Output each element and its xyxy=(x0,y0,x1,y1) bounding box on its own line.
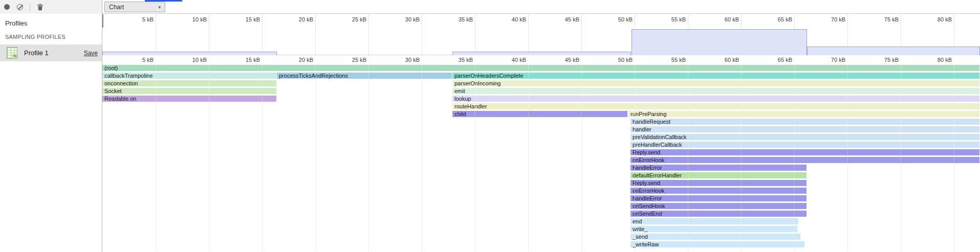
memory-overview[interactable]: 5 kB10 kB15 kB20 kB25 kB30 kB35 kB40 kB4… xyxy=(102,14,980,55)
flame-tick-label: 65 kB xyxy=(761,57,792,63)
flame-bar[interactable]: callbackTrampoline xyxy=(102,73,276,79)
flame-bar[interactable]: defaultErrorHandler xyxy=(630,172,807,178)
overview-tick-label: 5 kB xyxy=(123,16,154,22)
overview-tick-label: 15 kB xyxy=(229,16,260,22)
flame-bar[interactable]: lookup xyxy=(452,96,979,102)
flame-bar[interactable]: handler xyxy=(630,126,979,132)
flame-bar[interactable]: _writeRaw xyxy=(630,241,804,247)
overview-allocation-segment xyxy=(631,29,807,55)
ruler-gridline xyxy=(581,14,582,55)
flame-bar[interactable]: processTicksAndRejections xyxy=(277,73,452,79)
flame-bar[interactable]: onErrorHook xyxy=(630,157,979,163)
flame-bar[interactable]: _send xyxy=(630,234,800,240)
overview-tick-label: 60 kB xyxy=(708,16,739,22)
overview-tick-label: 80 kB xyxy=(921,16,952,22)
ruler-gridline xyxy=(475,14,475,55)
flame-bar[interactable]: preValidationCallback xyxy=(630,134,979,140)
ruler-gridline xyxy=(315,14,316,55)
ruler-gridline xyxy=(368,14,369,55)
flame-bar[interactable]: Reply.send xyxy=(630,149,979,155)
flame-chart-pane: 5 kB10 kB15 kB20 kB25 kB30 kB35 kB40 kB4… xyxy=(102,14,980,252)
overview-allocation-segment xyxy=(452,52,631,55)
flame-bar[interactable]: runPreParsing xyxy=(628,111,979,117)
overview-tick-label: 75 kB xyxy=(868,16,899,22)
flame-tick-label: 40 kB xyxy=(495,57,526,63)
flame-tick-label: 80 kB xyxy=(921,57,952,63)
overview-tick-label: 65 kB xyxy=(761,16,792,22)
overview-tick-label: 40 kB xyxy=(495,16,526,22)
overview-tick-label: 10 kB xyxy=(176,16,207,22)
flame-bar[interactable]: emit xyxy=(452,88,979,94)
flame-tick-label: 10 kB xyxy=(176,57,207,63)
overview-tick-label: 45 kB xyxy=(549,16,579,22)
flame-tick-label: 35 kB xyxy=(442,57,473,63)
overview-tick-label: 30 kB xyxy=(389,16,420,22)
flame-bar[interactable]: onconnection xyxy=(102,80,276,86)
flame-tick-label: 55 kB xyxy=(655,57,686,63)
ruler-gridline xyxy=(422,65,422,252)
overview-tick-label: 20 kB xyxy=(282,16,313,22)
flame-bar[interactable]: Reply.send xyxy=(630,180,807,186)
flame-tick-label: 60 kB xyxy=(708,57,739,63)
delete-profile-button[interactable] xyxy=(33,2,47,13)
overview-tick-label: 55 kB xyxy=(655,16,686,22)
profiles-sidebar: Profiles SAMPLING PROFILES % Profile 1 S… xyxy=(0,14,102,252)
profiler-toolbar xyxy=(0,0,102,14)
overview-tick-label: 50 kB xyxy=(602,16,633,22)
flame-bar[interactable]: Readable.on xyxy=(102,96,276,102)
heap-profiler-panel: Chart ▾ Profiles SAMPLING PROFILES % Pro… xyxy=(0,0,980,252)
flame-tick-label: 75 kB xyxy=(868,57,899,63)
clear-icon xyxy=(17,4,23,10)
flame-tick-label: 5 kB xyxy=(123,57,154,63)
toolbar-separator xyxy=(30,3,30,11)
flame-tick-label: 30 kB xyxy=(389,57,420,63)
ruler-gridline xyxy=(262,14,263,55)
flame-bar[interactable]: end xyxy=(630,218,798,224)
flame-bar[interactable]: preHandlerCallback xyxy=(630,142,979,148)
overview-tick-label: 25 kB xyxy=(336,16,366,22)
ruler-gridline xyxy=(368,65,369,252)
heap-profile-icon: % xyxy=(7,47,17,59)
flame-bar[interactable]: parserOnHeadersComplete xyxy=(452,73,979,79)
chevron-down-icon: ▾ xyxy=(158,5,161,10)
ruler-gridline xyxy=(315,65,316,252)
flame-bar[interactable]: handleRequest xyxy=(630,119,979,125)
percent-badge: % xyxy=(12,54,17,58)
flame-chart: (root)callbackTrampolineprocessTicksAndR… xyxy=(102,65,980,252)
record-icon xyxy=(4,4,10,10)
record-button[interactable] xyxy=(0,2,13,13)
sidebar-item-profile-1[interactable]: % Profile 1 Save xyxy=(0,44,102,61)
flame-bar[interactable]: onSendHook xyxy=(630,203,807,209)
ruler-gridline xyxy=(422,14,422,55)
sampling-profiles-section-label: SAMPLING PROFILES xyxy=(5,34,66,40)
sidebar-title: Profiles xyxy=(5,19,27,27)
scrollbar-thumb[interactable] xyxy=(102,14,103,28)
clear-all-button[interactable] xyxy=(13,2,27,13)
flame-tick-label: 15 kB xyxy=(229,57,260,63)
flame-bar[interactable]: handleError xyxy=(630,165,807,171)
view-mode-dropdown[interactable]: Chart ▾ xyxy=(104,2,165,12)
flame-tick-label: 45 kB xyxy=(549,57,579,63)
flame-tick-label: 70 kB xyxy=(815,57,845,63)
flame-bar[interactable]: routeHandler xyxy=(452,103,979,109)
flame-tick-label: 25 kB xyxy=(336,57,366,63)
profile-name: Profile 1 xyxy=(24,49,49,57)
flame-chart-ruler: 5 kB10 kB15 kB20 kB25 kB30 kB35 kB40 kB4… xyxy=(102,56,980,65)
ruler-gridline xyxy=(209,14,209,55)
flame-bar[interactable]: handleError xyxy=(630,195,807,201)
flame-tick-label: 20 kB xyxy=(282,57,313,63)
flame-bar[interactable]: (root) xyxy=(102,65,979,71)
flame-bar[interactable]: onSendEnd xyxy=(630,211,807,217)
save-profile-link[interactable]: Save xyxy=(84,50,98,57)
flame-bar[interactable]: Socket xyxy=(102,88,276,94)
overview-tick-label: 35 kB xyxy=(442,16,473,22)
panel-header: Chart ▾ xyxy=(0,0,980,14)
flame-bar[interactable]: child xyxy=(452,111,627,117)
flame-bar[interactable]: write_ xyxy=(630,226,797,232)
flame-bar[interactable]: parserOnIncoming xyxy=(452,80,979,86)
view-mode-label: Chart xyxy=(109,4,124,11)
flame-bar[interactable]: onErrorHook xyxy=(630,188,807,194)
overview-tick-label: 70 kB xyxy=(815,16,845,22)
trash-icon xyxy=(37,4,43,11)
ruler-gridline xyxy=(156,14,156,55)
